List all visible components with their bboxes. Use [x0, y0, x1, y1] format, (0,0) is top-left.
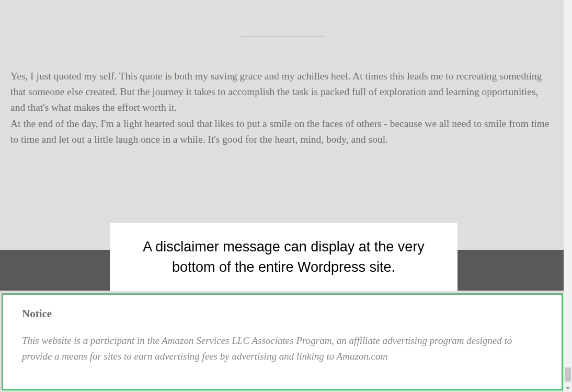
page-viewport: Yes, I just quoted my self. This quote i… — [0, 0, 564, 392]
scrollbar-thumb[interactable] — [565, 367, 571, 382]
annotation-callout: A disclaimer message can display at the … — [110, 223, 457, 291]
scrollbar-arrow-down-icon[interactable] — [564, 384, 572, 392]
main-content: Yes, I just quoted my self. This quote i… — [0, 37, 564, 236]
paragraph-block: Yes, I just quoted my self. This quote i… — [10, 68, 553, 236]
notice-body: This website is a participant in the Ama… — [22, 333, 543, 365]
divider-line — [240, 37, 324, 37]
scrollbar-track[interactable] — [564, 0, 572, 392]
annotation-text: A disclaimer message can display at the … — [120, 237, 447, 278]
body-paragraph-1: Yes, I just quoted my self. This quote i… — [10, 71, 542, 113]
body-paragraph-2: At the end of the day, I'm a light heart… — [10, 118, 550, 145]
disclaimer-notice-box: Notice This website is a participant in … — [2, 293, 563, 390]
notice-heading: Notice — [22, 307, 543, 320]
